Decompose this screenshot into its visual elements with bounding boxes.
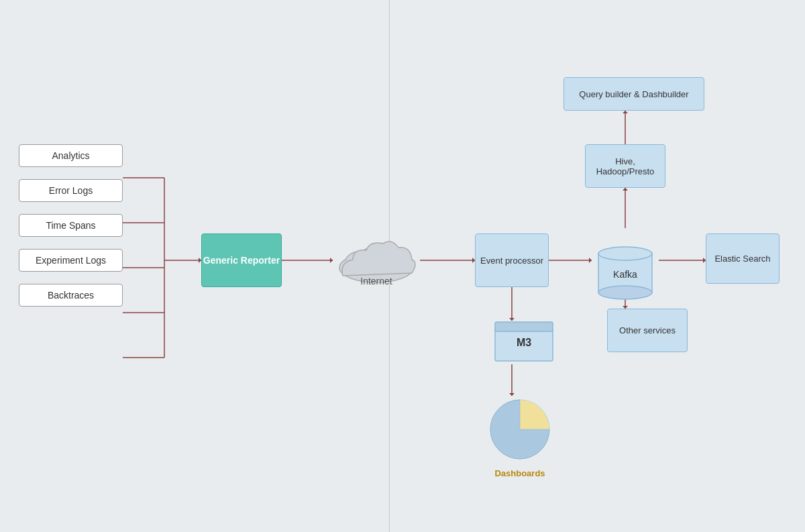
hive-hadoop-label: Hive, Hadoop/Presto xyxy=(596,156,655,176)
backtraces-node: Backtraces xyxy=(19,284,123,307)
svg-marker-19 xyxy=(623,111,628,113)
svg-point-36 xyxy=(598,286,652,299)
dashboards-label: Dashboards xyxy=(494,468,545,478)
experiment-logs-node: Experiment Logs xyxy=(19,249,123,272)
elastic-search-node: Elastic Search xyxy=(706,233,780,284)
other-services-node: Other services xyxy=(607,309,688,352)
diagram-container: Analytics Error Logs Time Spans Experime… xyxy=(0,0,805,532)
error-logs-node: Error Logs xyxy=(19,179,123,202)
dashboards-node: Dashboards xyxy=(470,396,570,478)
internet-cloud-node: Internet xyxy=(333,228,420,292)
kafka-label: Kafka xyxy=(613,269,637,280)
left-nodes-group: Analytics Error Logs Time Spans Experime… xyxy=(19,144,123,307)
kafka-node: Kafka xyxy=(592,228,659,292)
internet-label: Internet xyxy=(360,276,392,286)
analytics-node: Analytics xyxy=(19,144,123,167)
m3-node: M3 xyxy=(494,321,554,364)
generic-reporter-node: Generic Reporter xyxy=(201,233,282,287)
query-builder-node: Query builder & Dashbuilder xyxy=(564,77,704,111)
svg-point-35 xyxy=(598,247,652,260)
svg-marker-17 xyxy=(623,188,628,191)
time-spans-node: Time Spans xyxy=(19,214,123,237)
event-processor-node: Event processor xyxy=(475,233,549,287)
hive-hadoop-node: Hive, Hadoop/Presto xyxy=(585,144,665,188)
m3-label: M3 xyxy=(494,321,554,364)
